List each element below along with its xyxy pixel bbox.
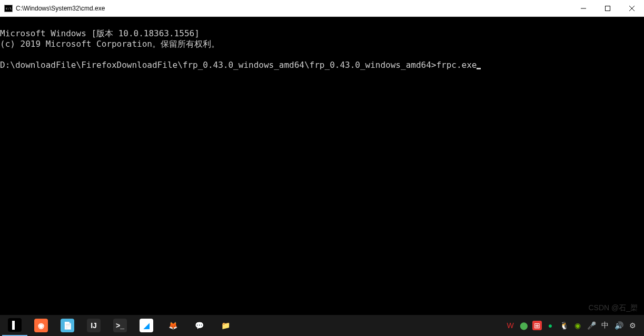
postman-icon: ◉ xyxy=(34,319,48,332)
terminal-cursor xyxy=(477,68,481,69)
terminal-line-2: (c) 2019 Microsoft Corporation。保留所有权利。 xyxy=(0,39,220,49)
tray-ime[interactable]: 中 xyxy=(600,320,610,331)
tray-wps[interactable]: W xyxy=(505,320,516,331)
todesk-icon: ◢ xyxy=(140,319,153,332)
taskbar-app-postman[interactable]: ◉ xyxy=(28,315,54,336)
close-button[interactable] xyxy=(620,0,644,16)
wechat-icon: 💬 xyxy=(192,319,206,332)
intellij-icon: IJ xyxy=(87,319,101,332)
taskbar-app-explorer[interactable]: 📁 xyxy=(213,315,238,336)
title-left: C:\Windows\System32\cmd.exe xyxy=(0,5,105,12)
notepad-icon: 📄 xyxy=(61,319,74,332)
maximize-button[interactable] xyxy=(596,0,620,16)
title-bar: C:\Windows\System32\cmd.exe xyxy=(0,0,644,17)
taskbar-app-cmd[interactable]: ▌ xyxy=(2,315,27,336)
taskbar-app-todesk[interactable]: ◢ xyxy=(134,315,159,336)
tray-mic[interactable]: 🎤 xyxy=(586,320,597,331)
tray-volume[interactable]: 🔊 xyxy=(613,320,624,331)
tray-security[interactable]: ⬤ xyxy=(519,320,529,331)
terminal2-icon: >_ xyxy=(113,319,127,332)
taskbar-apps: ▌◉📄IJ>_◢🦊💬📁 xyxy=(2,315,238,336)
taskbar-app-firefox[interactable]: 🦊 xyxy=(160,315,185,336)
terminal-area[interactable]: Microsoft Windows [版本 10.0.18363.1556] (… xyxy=(0,17,644,315)
cmd-icon xyxy=(4,5,13,12)
tray-nvidia[interactable]: ◉ xyxy=(572,320,583,331)
window-title: C:\Windows\System32\cmd.exe xyxy=(16,5,105,12)
terminal-prompt: D:\downloadFile\FirefoxDownloadFile\frp_… xyxy=(0,60,436,70)
taskbar-app-notepad[interactable]: 📄 xyxy=(55,315,80,336)
minimize-button[interactable] xyxy=(571,0,596,16)
taskbar-tray: W⬤⊞●🐧◉🎤中🔊⚙ xyxy=(505,315,642,336)
terminal-line-1: Microsoft Windows [版本 10.0.18363.1556] xyxy=(0,28,200,38)
tray-app-red[interactable]: ⊞ xyxy=(532,321,542,330)
svg-rect-1 xyxy=(606,6,610,11)
taskbar-app-intellij[interactable]: IJ xyxy=(81,315,106,336)
taskbar-app-terminal2[interactable]: >_ xyxy=(107,315,133,336)
tray-network[interactable]: ⚙ xyxy=(627,320,638,331)
tray-wechat-tray[interactable]: ● xyxy=(545,320,556,331)
firefox-icon: 🦊 xyxy=(166,319,180,332)
window-controls xyxy=(571,0,644,16)
tray-qq[interactable]: 🐧 xyxy=(559,320,569,331)
taskbar: ▌◉📄IJ>_◢🦊💬📁 W⬤⊞●🐧◉🎤中🔊⚙ xyxy=(0,315,644,336)
explorer-icon: 📁 xyxy=(219,319,232,332)
taskbar-app-wechat[interactable]: 💬 xyxy=(186,315,212,336)
cmd-icon: ▌ xyxy=(8,318,22,332)
terminal-command: frpc.exe xyxy=(436,60,477,70)
terminal-prompt-line: D:\downloadFile\FirefoxDownloadFile\frp_… xyxy=(0,60,481,70)
